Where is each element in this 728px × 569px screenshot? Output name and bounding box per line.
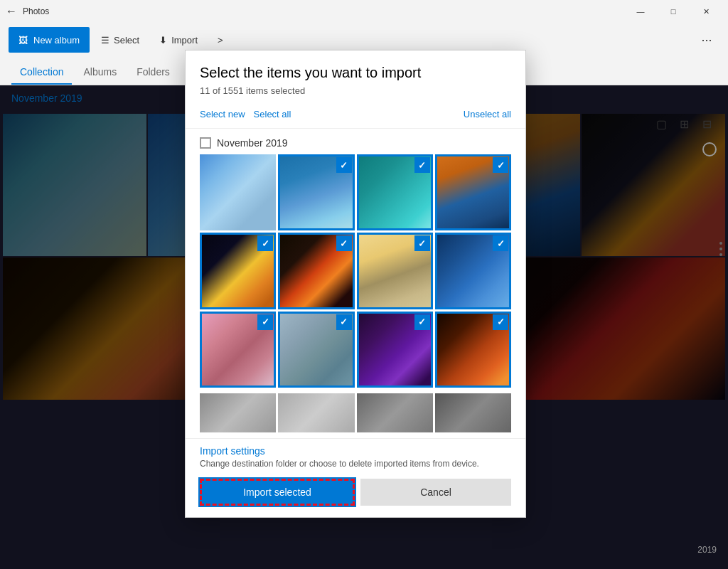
check-badge-11: ✓	[414, 314, 430, 330]
month-label: November 2019	[217, 137, 288, 149]
partial-photo-1[interactable]	[200, 393, 276, 432]
check-badge-8: ✓	[493, 235, 508, 251]
photo-thumb-5[interactable]: ✓	[200, 233, 276, 309]
photo-thumb-4[interactable]: ✓	[435, 154, 511, 230]
dialog-scroll-area[interactable]: November 2019 ✓ ✓	[186, 129, 525, 438]
check-badge-4: ✓	[493, 157, 508, 173]
import-settings-link[interactable]: Import settings	[200, 445, 265, 457]
photo-thumb-12[interactable]: ✓	[435, 312, 511, 388]
check-badge-6: ✓	[336, 235, 352, 251]
dialog-header: Select the items you want to import 11 o…	[186, 50, 525, 109]
partial-photo-2[interactable]	[278, 393, 354, 432]
photo-thumb-8[interactable]: ✓	[435, 233, 511, 309]
check-badge-2: ✓	[336, 157, 352, 173]
photo-grid: ✓ ✓ ✓ ✓	[186, 154, 525, 393]
partial-photo-row	[186, 393, 525, 438]
check-badge-3: ✓	[414, 157, 430, 173]
photo-thumb-3[interactable]: ✓	[357, 154, 433, 230]
select-new-link[interactable]: Select new	[200, 109, 245, 119]
photo-thumb-11[interactable]: ✓	[357, 312, 433, 388]
cancel-button[interactable]: Cancel	[360, 479, 511, 506]
import-dialog: Select the items you want to import 11 o…	[185, 50, 526, 518]
import-settings-section: Import settings Change destination folde…	[186, 438, 525, 472]
import-selected-button[interactable]: Import selected	[200, 479, 355, 506]
photo-thumb-6[interactable]: ✓	[278, 233, 354, 309]
dialog-backdrop: Select the items you want to import 11 o…	[0, 0, 728, 569]
photo-thumb-2[interactable]: ✓	[278, 154, 354, 230]
dialog-title: Select the items you want to import	[200, 65, 511, 81]
unselect-all-link[interactable]: Unselect all	[464, 109, 511, 119]
section-header: November 2019	[186, 129, 525, 154]
select-all-link[interactable]: Select all	[254, 109, 291, 119]
check-badge-10: ✓	[336, 314, 352, 330]
month-checkbox[interactable]	[200, 137, 211, 149]
import-settings-desc: Change destination folder or choose to d…	[200, 459, 511, 469]
partial-photo-4[interactable]	[435, 393, 511, 432]
dialog-subtitle: 11 of 1551 items selected	[200, 85, 511, 96]
check-badge-7: ✓	[414, 235, 430, 251]
check-badge-5: ✓	[257, 235, 273, 251]
photo-thumb-9[interactable]: ✓	[200, 312, 276, 388]
dialog-actions-top: Select new Select all Unselect all	[186, 109, 525, 129]
photo-thumb-1[interactable]	[200, 154, 276, 230]
dialog-footer: Import selected Cancel	[186, 472, 525, 517]
partial-photo-3[interactable]	[357, 393, 433, 432]
photo-thumb-7[interactable]: ✓	[357, 233, 433, 309]
check-badge-9: ✓	[257, 314, 273, 330]
check-badge-12: ✓	[493, 314, 508, 330]
photo-thumb-10[interactable]: ✓	[278, 312, 354, 388]
